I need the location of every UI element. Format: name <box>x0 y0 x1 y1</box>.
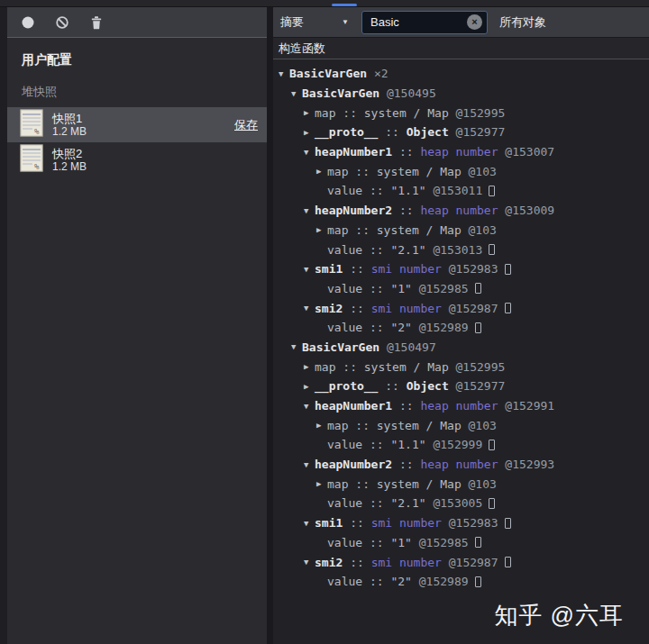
node-id: @152989 <box>412 575 469 588</box>
snapshot-toolbar: 摘要 ▼ × 所有对象 <box>273 7 649 38</box>
expander-closed-icon[interactable]: ▶ <box>316 225 327 234</box>
node-count: ×2 <box>367 67 388 80</box>
clear-search-icon[interactable]: × <box>467 14 482 30</box>
expander-open-icon[interactable]: ▼ <box>291 342 302 351</box>
delete-profile-button[interactable] <box>83 11 110 34</box>
node-name: map <box>315 106 335 120</box>
expander-closed-icon[interactable]: ▶ <box>304 108 315 117</box>
tree-row[interactable]: ▶map :: system / Map @103 <box>273 221 649 240</box>
left-gutter <box>0 7 7 644</box>
expander-closed-icon[interactable]: ▶ <box>304 362 315 371</box>
expander-open-icon[interactable]: ▼ <box>304 558 315 567</box>
expander-open-icon[interactable]: ▼ <box>291 89 302 98</box>
node-id: @152987 <box>442 302 498 315</box>
tree-row[interactable]: ▼heapNumber1 :: heap number @153007 <box>273 142 649 162</box>
tree-row[interactable]: value :: "1.1" @153011 <box>273 181 649 201</box>
svg-text:%: % <box>34 127 40 136</box>
save-snapshot-link[interactable]: 保存 <box>234 117 258 133</box>
box-glyph <box>489 440 495 450</box>
box-glyph <box>475 537 481 548</box>
tree-row[interactable]: value :: "2" @152989 <box>273 572 649 592</box>
node-name: __proto__ <box>315 379 378 393</box>
active-tab-indicator <box>332 4 357 6</box>
constructor-header-label: 构造函数 <box>279 41 325 57</box>
node-name: BasicVarGen <box>302 340 379 354</box>
profiles-sidebar: 用户配置 堆快照 %快照11.2 MB保存%快照21.2 MB <box>7 7 267 644</box>
expander-open-icon[interactable]: ▼ <box>304 304 315 313</box>
expander-open-icon[interactable]: ▼ <box>279 69 289 78</box>
tree-row[interactable]: ▶map :: system / Map @103 <box>273 474 649 494</box>
node-id: @152995 <box>449 106 506 120</box>
node-value: Object <box>407 379 449 393</box>
tree-row[interactable]: ▼heapNumber1 :: heap number @152991 <box>273 396 649 416</box>
node-id: @152987 <box>442 556 498 569</box>
node-id: @153011 <box>426 184 483 197</box>
expander-open-icon[interactable]: ▼ <box>304 206 315 215</box>
profiles-title: 用户配置 <box>22 52 267 68</box>
expander-closed-icon[interactable]: ▶ <box>316 421 327 430</box>
svg-text:%: % <box>34 162 40 171</box>
constructor-column-header[interactable]: 构造函数 <box>273 38 649 59</box>
node-name: value <box>327 282 362 295</box>
node-value: "2.1" <box>390 496 425 510</box>
perspective-select[interactable]: 摘要 ▼ <box>280 14 352 31</box>
tree-row[interactable]: ▶map :: system / Map @152995 <box>273 357 649 376</box>
node-name: heapNumber1 <box>315 145 392 159</box>
tree-row[interactable]: ▶map :: system / Map @103 <box>273 161 649 181</box>
snapshot-name: 快照1 <box>52 113 87 125</box>
tree-row[interactable]: ▶map :: system / Map @152995 <box>273 103 649 122</box>
panel-divider[interactable] <box>267 7 273 644</box>
tree-row[interactable]: value :: "2.1" @153013 <box>273 240 649 259</box>
tree-row[interactable]: value :: "2.1" @153005 <box>273 494 649 513</box>
node-id: @153007 <box>498 145 555 159</box>
expander-closed-icon[interactable]: ▶ <box>304 382 315 391</box>
expander-open-icon[interactable]: ▼ <box>304 265 315 274</box>
node-id: @152985 <box>412 282 469 295</box>
clear-all-button[interactable] <box>49 11 76 34</box>
node-name: map <box>327 165 348 178</box>
tab-strip <box>0 0 649 7</box>
tree-row[interactable]: value :: "1" @152985 <box>273 533 649 553</box>
expander-closed-icon[interactable]: ▶ <box>316 167 327 176</box>
node-value: system / Map <box>364 360 449 374</box>
tree-row[interactable]: ▼heapNumber2 :: heap number @152993 <box>273 455 649 475</box>
record-button[interactable] <box>14 11 41 34</box>
tree-row[interactable]: ▼heapNumber2 :: heap number @153009 <box>273 201 649 221</box>
node-id: @153005 <box>426 496 483 510</box>
clear-all-icon <box>55 15 69 30</box>
node-separator: :: <box>348 419 376 432</box>
tree-row[interactable]: ▶map :: system / Map @103 <box>273 415 649 435</box>
node-value: smi number <box>371 516 442 530</box>
tree-row[interactable]: value :: "1.1" @152999 <box>273 435 649 455</box>
objects-filter-select[interactable]: 所有对象 <box>499 14 546 31</box>
tree-row[interactable]: ▼smi2 :: smi number @152987 <box>273 552 649 572</box>
class-filter-input[interactable] <box>370 15 467 29</box>
tree-row[interactable]: value :: "1" @152985 <box>273 279 649 299</box>
expander-open-icon[interactable]: ▼ <box>304 519 315 528</box>
expander-open-icon[interactable]: ▼ <box>304 148 315 157</box>
tree-row[interactable]: ▼smi1 :: smi number @152983 <box>273 513 649 533</box>
node-name: smi2 <box>315 302 343 315</box>
snapshot-item[interactable]: %快照21.2 MB <box>7 142 267 177</box>
snapshot-item[interactable]: %快照11.2 MB保存 <box>7 107 267 142</box>
tree-row[interactable]: ▼BasicVarGen ×2 <box>273 64 649 84</box>
expander-open-icon[interactable]: ▼ <box>304 460 315 469</box>
tree-row[interactable]: ▼BasicVarGen @150497 <box>273 338 649 358</box>
box-glyph <box>489 244 495 255</box>
expander-closed-icon[interactable]: ▶ <box>316 479 327 488</box>
node-separator: :: <box>343 262 370 276</box>
tree-row[interactable]: ▶__proto__ :: Object @152977 <box>273 376 649 396</box>
tree-row[interactable]: ▼BasicVarGen @150495 <box>273 84 649 104</box>
tree-row[interactable]: value :: "2" @152989 <box>273 318 649 338</box>
node-separator: :: <box>348 165 376 178</box>
expander-closed-icon[interactable]: ▶ <box>304 128 315 137</box>
tree-row[interactable]: ▼smi2 :: smi number @152987 <box>273 298 649 318</box>
heap-snapshots-section-label: 堆快照 <box>22 84 267 100</box>
tree-row[interactable]: ▶__proto__ :: Object @152977 <box>273 122 649 142</box>
box-glyph <box>505 303 511 313</box>
tree-row[interactable]: ▼smi1 :: smi number @152983 <box>273 259 649 279</box>
expander-open-icon[interactable]: ▼ <box>304 402 315 411</box>
node-separator: :: <box>362 536 390 549</box>
snapshot-list: %快照11.2 MB保存%快照21.2 MB <box>7 107 267 177</box>
snapshot-view-panel: 摘要 ▼ × 所有对象 构造函数 ▼BasicVarGen ×2▼BasicVa… <box>273 7 649 644</box>
